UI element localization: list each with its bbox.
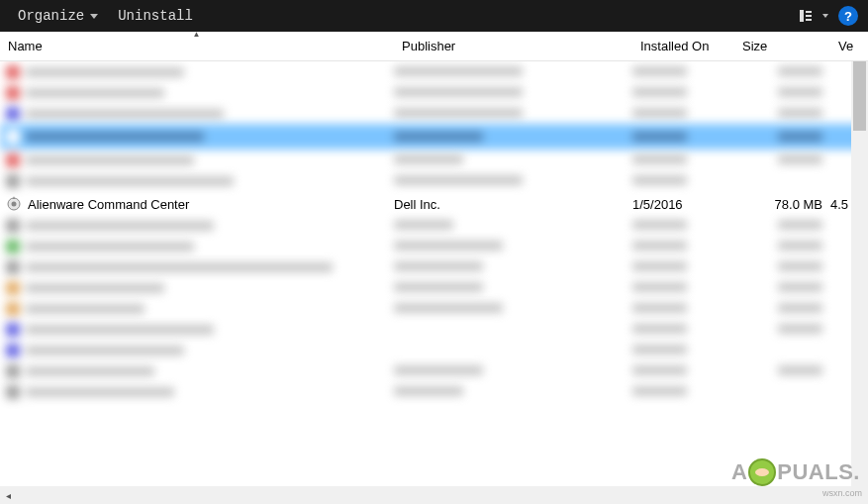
- scrollbar-horizontal[interactable]: ◂: [0, 486, 868, 504]
- column-label: Size: [742, 39, 767, 53]
- list-item[interactable]: [0, 277, 868, 298]
- toolbar: Organize Uninstall ?: [0, 0, 868, 32]
- list-item[interactable]: [0, 215, 868, 236]
- list-item[interactable]: [0, 82, 868, 103]
- view-options-icon[interactable]: [799, 9, 813, 23]
- scrollbar-thumb[interactable]: [853, 61, 866, 131]
- toolbar-left: Organize Uninstall: [10, 4, 201, 28]
- svg-point-5: [12, 202, 17, 207]
- list-item[interactable]: [0, 360, 868, 381]
- cell-publisher: Dell Inc.: [394, 197, 632, 212]
- list-item[interactable]: [0, 150, 868, 170]
- scroll-left-arrow-icon[interactable]: ◂: [0, 487, 17, 504]
- column-label: Installed On: [640, 39, 709, 53]
- list-item[interactable]: [0, 340, 868, 360]
- column-header-name[interactable]: Name: [0, 32, 394, 60]
- column-header-installed-on[interactable]: Installed On: [632, 32, 734, 60]
- list-item[interactable]: [0, 381, 868, 402]
- chevron-down-icon: [90, 14, 98, 19]
- list-item[interactable]: [0, 103, 868, 124]
- column-header-version[interactable]: Ve: [830, 32, 868, 60]
- toolbar-right: ?: [799, 6, 858, 26]
- app-icon: [6, 196, 22, 212]
- svg-rect-3: [806, 19, 812, 21]
- list-item[interactable]: [0, 61, 868, 82]
- list-item[interactable]: [0, 170, 868, 191]
- svg-rect-0: [800, 10, 804, 22]
- program-list: Alienware Command Center Dell Inc. 1/5/2…: [0, 61, 868, 486]
- column-label: Publisher: [402, 39, 455, 53]
- organize-label: Organize: [18, 8, 84, 24]
- scrollbar-vertical[interactable]: [851, 61, 868, 486]
- list-item-selected[interactable]: [0, 124, 868, 150]
- cell-name: Alienware Command Center: [6, 196, 394, 212]
- list-item[interactable]: [0, 236, 868, 256]
- chevron-down-icon[interactable]: [822, 14, 828, 18]
- svg-rect-2: [806, 15, 812, 17]
- list-item[interactable]: [0, 319, 868, 340]
- cell-size: 78.0 MB: [734, 197, 830, 212]
- list-item[interactable]: [0, 256, 868, 277]
- uninstall-label: Uninstall: [118, 8, 193, 24]
- program-name: Alienware Command Center: [28, 197, 189, 212]
- organize-button[interactable]: Organize: [10, 4, 106, 28]
- uninstall-button[interactable]: Uninstall: [110, 4, 201, 28]
- column-header-size[interactable]: Size: [734, 32, 830, 60]
- list-item[interactable]: [0, 298, 868, 319]
- column-header-publisher[interactable]: Publisher: [394, 32, 632, 60]
- column-label: Ve: [838, 39, 853, 53]
- cell-installed-on: 1/5/2016: [632, 197, 734, 212]
- svg-rect-1: [806, 11, 812, 13]
- list-item-alienware[interactable]: Alienware Command Center Dell Inc. 1/5/2…: [0, 191, 868, 215]
- help-icon[interactable]: ?: [838, 6, 858, 26]
- column-label: Name: [8, 39, 43, 53]
- column-headers: Name Publisher Installed On Size Ve: [0, 32, 868, 61]
